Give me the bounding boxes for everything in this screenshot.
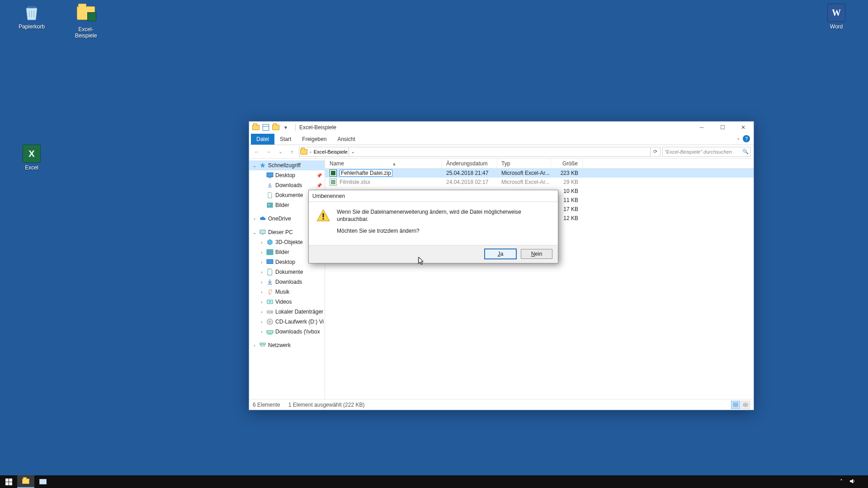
collapse-icon[interactable]: ⌄ [252,163,257,168]
desktop-icon-excel[interactable]: Excel [14,145,50,171]
breadcrumb-bar[interactable]: › Excel-Beispiele ⌄ ⟳ [299,147,660,157]
expand-icon[interactable]: › [259,280,264,285]
qat-properties-icon[interactable] [262,123,270,131]
nav-pc-music[interactable]: ›Musik [249,287,325,297]
explorer-window[interactable]: ▾ Excel-Beispiele ─ ☐ ✕ Datei Start Frei… [249,121,754,410]
breadcrumb-location[interactable]: Excel-Beispiele [314,149,348,155]
desktop[interactable]: Papierkorb Excel-Beispiele Word Excel ▾ … [0,0,868,475]
tray-volume-icon[interactable] [849,478,855,486]
ribbon-tab-view[interactable]: Ansicht [332,134,360,145]
file-row[interactable]: Fehlerhafte Datei.zip 25.04.2018 21:47 M… [325,169,754,178]
nav-quick-desktop[interactable]: Desktop📌 [249,170,325,180]
expand-icon[interactable]: › [259,260,264,265]
expand-icon[interactable]: › [252,216,257,221]
search-input[interactable]: "Excel-Beispiele" durchsuchen 🔍 [662,147,751,157]
cloud-icon [259,215,266,222]
desktop-icon-word[interactable]: Word [818,4,854,30]
desktop-icon [266,258,274,266]
folder-icon [22,479,29,484]
taskbar[interactable]: ˄ [0,475,868,488]
taskbar-app-button[interactable] [34,475,52,488]
file-xlsx-icon [330,169,337,177]
start-button[interactable] [0,475,17,488]
svg-rect-18 [746,403,748,404]
column-name[interactable]: Name▴ [325,159,442,168]
rename-dialog[interactable]: Umbenennen Wenn Sie die Dateinamenerweit… [308,190,558,263]
nav-label: Desktop [275,259,295,265]
ribbon-tab-start[interactable]: Start [274,134,297,145]
network-drive-icon [266,328,274,335]
expand-icon[interactable]: › [259,329,264,334]
svg-rect-23 [39,479,47,484]
desktop-icon-label: Excel [14,164,50,171]
file-row[interactable]: Filmliste.xlsx 24.04.2018 02:17 Microsof… [325,178,754,187]
desktop-icon-excel-beispiele[interactable]: Excel-Beispiele [68,4,104,39]
breadcrumb-dropdown-icon[interactable]: ⌄ [349,147,357,156]
nav-up-button[interactable]: ↑ [287,147,297,157]
nav-pc-localdrive[interactable]: ›Lokaler Datenträger [249,307,325,317]
ribbon-tab-file[interactable]: Datei [251,134,274,145]
word-icon [827,4,845,22]
nav-label: Dokumente [275,192,303,198]
breadcrumb-sep-icon: › [308,149,313,155]
nav-label: Netzwerk [268,342,291,348]
nav-recent-button[interactable]: ⌄ [275,147,285,157]
dialog-no-button[interactable]: Nein [521,249,552,259]
dialog-title[interactable]: Umbenennen [309,190,558,202]
ribbon-tab-share[interactable]: Freigeben [297,134,332,145]
nav-pc-documents[interactable]: ›Dokumente [249,267,325,277]
desktop-icon-recycle-bin[interactable]: Papierkorb [14,4,50,30]
file-date: 24.04.2018 02:17 [442,179,497,185]
dialog-yes-button[interactable]: Ja [485,249,516,259]
status-bar: 6 Elemente 1 Element ausgewählt (222 KB) [249,399,754,410]
qat-dropdown-icon[interactable]: ▾ [282,123,290,131]
desktop-icon-label: Papierkorb [14,23,50,30]
svg-point-13 [269,321,271,323]
svg-rect-1 [267,173,273,177]
tray-chevron-icon[interactable]: ˄ [840,479,843,485]
nav-pc-videos[interactable]: ›Videos [249,297,325,307]
expand-icon[interactable]: › [252,343,257,348]
taskbar-explorer-button[interactable] [17,475,34,488]
minimize-button[interactable]: ─ [691,122,712,133]
expand-icon[interactable]: › [259,300,264,305]
column-type[interactable]: Typ [497,159,551,168]
expand-icon[interactable]: › [259,250,264,255]
refresh-button[interactable]: ⟳ [650,147,660,156]
nav-pc-netdownloads[interactable]: ›Downloads (\\vbox [249,327,325,337]
nav-network[interactable]: ›Netzwerk [249,340,325,350]
nav-forward-button[interactable]: → [264,147,274,157]
column-date[interactable]: Änderungsdatum [442,159,497,168]
nav-quick-downloads[interactable]: Downloads📌 [249,180,325,190]
expand-icon[interactable]: › [259,319,264,324]
column-size[interactable]: Größe [551,159,583,168]
expand-icon[interactable]: › [259,240,264,245]
collapse-icon[interactable]: ⌄ [252,230,257,235]
excel-icon [23,145,41,163]
divider [295,124,296,131]
system-tray[interactable]: ˄ [835,478,868,486]
nav-quick-access[interactable]: ⌄ Schnellzugriff [249,160,325,170]
nav-pc-downloads[interactable]: ›Downloads [249,277,325,287]
expand-icon[interactable]: › [259,310,264,314]
expand-icon[interactable]: › [259,290,264,295]
maximize-button[interactable]: ☐ [712,122,733,133]
column-headers[interactable]: Name▴ Änderungsdatum Typ Größe [325,159,754,169]
nav-label: OneDrive [268,216,291,222]
svg-rect-6 [262,234,264,235]
nav-pc-cddrive[interactable]: ›CD-Laufwerk (D:) Vi [249,317,325,327]
nav-back-button[interactable]: ← [252,147,262,157]
help-icon[interactable]: ? [743,135,750,142]
close-button[interactable]: ✕ [733,122,754,133]
window-titlebar[interactable]: ▾ Excel-Beispiele ─ ☐ ✕ [249,122,754,133]
view-thumbnails-button[interactable] [741,401,750,409]
expand-icon[interactable]: › [259,270,264,275]
status-selection: 1 Element ausgewählt (222 KB) [288,402,365,408]
ribbon-collapse-icon[interactable]: ⌄ [736,136,740,141]
desktop-icon-label: Excel-Beispiele [68,26,104,39]
qat-newfolder-icon[interactable] [272,123,280,131]
search-icon[interactable]: 🔍 [742,149,749,155]
nav-label: CD-Laufwerk (D:) Vi [275,319,324,325]
rename-input[interactable]: Fehlerhafte Datei.zip [340,169,392,177]
view-details-button[interactable] [731,401,740,409]
